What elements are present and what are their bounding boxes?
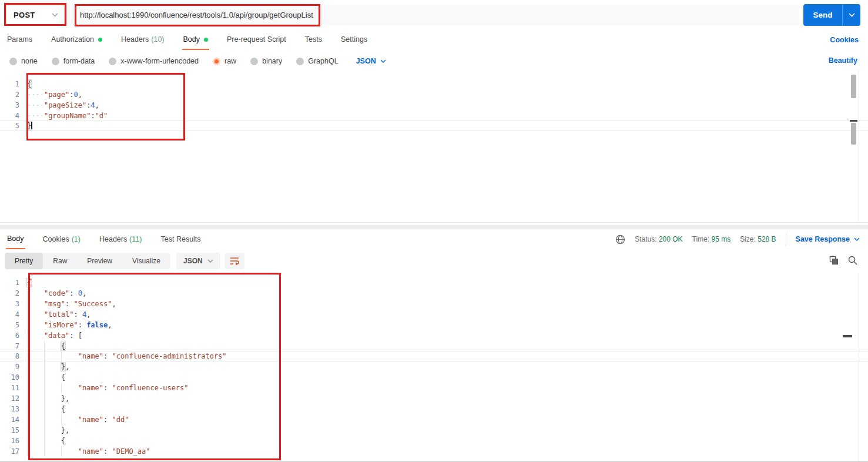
code-text: { [27, 79, 31, 89]
tab-authorization[interactable]: Authorization [50, 32, 103, 49]
radio-none[interactable]: none [9, 57, 38, 65]
request-body-editor[interactable]: 1{2····"page":0,3····"pageSize":4,4····"… [0, 69, 868, 222]
radio-icon [109, 58, 116, 65]
response-language-select[interactable]: JSON [176, 253, 220, 269]
tab-test-results[interactable]: Test Results [160, 230, 202, 249]
line-number: 2 [0, 89, 27, 100]
size-badge: Size: 528 B [740, 235, 776, 243]
code-line[interactable]: 7 { [0, 341, 868, 351]
line-number: 6 [0, 330, 27, 341]
response-view-switcher: Pretty Raw Preview Visualize [5, 253, 170, 269]
send-options-button[interactable] [842, 4, 860, 26]
radio-x-www-form-urlencoded[interactable]: x-www-form-urlencoded [109, 57, 199, 65]
request-bar: POST http://localhost:1990/confluence/re… [0, 0, 868, 32]
chevron-down-icon [849, 13, 855, 17]
line-number: 1 [0, 277, 27, 288]
code-line[interactable]: 11 "name": "confluence-users" [0, 383, 868, 393]
view-raw[interactable]: Raw [43, 253, 77, 269]
body-type-row: none form-data x-www-form-urlencoded raw… [0, 53, 868, 69]
code-line[interactable]: 2····"page":0, [0, 89, 868, 100]
code-text: "code": 0, [27, 288, 86, 299]
code-line[interactable]: 15 }, [0, 425, 868, 436]
code-text: }, [27, 393, 69, 404]
tab-body[interactable]: Body [182, 32, 210, 50]
code-line[interactable]: 4 "total": 4, [0, 309, 868, 320]
green-dot-icon [204, 38, 208, 42]
response-body-editor[interactable]: 1{2 "code": 0,3 "msg": "Success",4 "tota… [0, 273, 868, 461]
status-badge: Status: 200 OK [635, 235, 682, 243]
view-pretty[interactable]: Pretty [5, 253, 43, 269]
radio-raw[interactable]: raw [213, 57, 236, 65]
line-number: 7 [0, 341, 27, 351]
postman-app: POST http://localhost:1990/confluence/re… [0, 0, 868, 462]
code-line[interactable]: 1{ [0, 277, 868, 288]
view-preview[interactable]: Preview [77, 253, 122, 269]
method-select[interactable]: POST [6, 5, 65, 25]
code-text: { [27, 341, 65, 351]
view-visualize[interactable]: Visualize [122, 253, 170, 269]
code-line[interactable]: 14 "name": "dd" [0, 414, 868, 425]
code-line[interactable]: 9 }, [0, 361, 868, 372]
cookies-link[interactable]: Cookies [830, 36, 859, 44]
line-number: 10 [0, 372, 27, 383]
code-line[interactable]: 17 "name": "DEMO_aa" [0, 446, 868, 457]
globe-icon[interactable] [615, 235, 625, 245]
url-input[interactable]: http://localhost:1990/confluence/rest/to… [72, 5, 799, 25]
divider [786, 233, 786, 246]
line-number: 16 [0, 436, 27, 446]
response-toolbar: Pretty Raw Preview Visualize JSON [0, 253, 868, 270]
response-editor-scroll-marker[interactable] [843, 335, 852, 337]
tab-response-headers[interactable]: Headers(11) [98, 230, 143, 249]
line-number: 8 [0, 351, 27, 361]
method-label: POST [14, 11, 35, 19]
tab-headers[interactable]: Headers(10) [120, 32, 165, 49]
code-line[interactable]: 16 { [0, 436, 868, 446]
tab-response-cookies[interactable]: Cookies(1) [42, 230, 82, 249]
code-line[interactable]: 5} [0, 120, 868, 131]
code-text: { [27, 404, 65, 414]
code-text: ····"groupName":"d" [27, 111, 108, 121]
tab-response-body[interactable]: Body [6, 230, 25, 249]
code-line[interactable]: 3····"pageSize":4, [0, 100, 868, 111]
beautify-link[interactable]: Beautify [829, 56, 857, 65]
code-line[interactable]: 8 "name": "confluence-administrators" [0, 351, 868, 361]
radio-binary[interactable]: binary [250, 57, 282, 65]
code-line[interactable]: 5 "isMore": false, [0, 320, 868, 330]
request-editor-scrollbar-lower[interactable] [851, 123, 856, 145]
request-editor-scroll-marker [850, 120, 857, 122]
section-divider[interactable] [0, 225, 868, 229]
code-line[interactable]: 1{ [0, 79, 868, 89]
radio-icon [250, 58, 258, 65]
radio-graphql[interactable]: GraphQL [296, 57, 338, 65]
send-button[interactable]: Send [803, 4, 860, 26]
search-icon[interactable] [848, 256, 857, 265]
code-line[interactable]: 4····"groupName":"d" [0, 111, 868, 121]
line-number: 15 [0, 425, 27, 436]
wrap-text-button[interactable] [224, 253, 244, 269]
save-response-button[interactable]: Save Response [796, 235, 860, 243]
chevron-down-icon [380, 59, 386, 63]
radio-form-data[interactable]: form-data [52, 57, 95, 65]
code-line[interactable]: 12 }, [0, 393, 868, 404]
code-line[interactable]: 2 "code": 0, [0, 288, 868, 299]
tab-params[interactable]: Params [6, 32, 33, 49]
code-line[interactable]: 6 "data": [ [0, 330, 868, 341]
request-editor-scrollbar[interactable] [851, 75, 856, 98]
tab-pre-request-script[interactable]: Pre-request Script [226, 32, 287, 49]
code-text: }, [27, 361, 69, 372]
response-meta: Status: 200 OK Time: 95 ms Size: 528 B S… [615, 233, 860, 246]
url-text: http://localhost:1990/confluence/rest/to… [80, 11, 313, 19]
request-language-select[interactable]: JSON [356, 57, 386, 65]
code-text: "isMore": false, [27, 320, 112, 330]
copy-icon[interactable] [829, 256, 839, 265]
tab-tests[interactable]: Tests [304, 32, 323, 49]
line-number: 2 [0, 288, 27, 299]
chevron-down-icon [52, 13, 58, 17]
chevron-down-icon [854, 237, 860, 241]
tab-settings[interactable]: Settings [340, 32, 368, 49]
code-line[interactable]: 10 { [0, 372, 868, 383]
code-line[interactable]: 13 { [0, 404, 868, 414]
code-line[interactable]: 3 "msg": "Success", [0, 299, 868, 309]
line-number: 13 [0, 404, 27, 414]
code-text: "name": "dd" [27, 414, 129, 425]
